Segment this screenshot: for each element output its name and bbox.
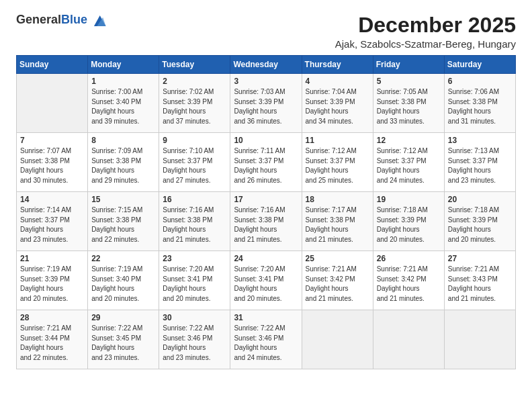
day-number: 31 bbox=[234, 313, 298, 322]
weekday-header-friday: Friday bbox=[373, 56, 444, 74]
calendar-cell: 23Sunrise: 7:20 AMSunset: 3:41 PMDayligh… bbox=[159, 251, 230, 310]
day-number: 30 bbox=[163, 313, 226, 322]
day-info: Sunrise: 7:16 AMSunset: 3:38 PMDaylight … bbox=[163, 205, 226, 244]
calendar-cell: 26Sunrise: 7:21 AMSunset: 3:42 PMDayligh… bbox=[373, 251, 444, 310]
day-info: Sunrise: 7:09 AMSunset: 3:38 PMDaylight … bbox=[91, 146, 155, 185]
calendar-cell: 1Sunrise: 7:00 AMSunset: 3:40 PMDaylight… bbox=[88, 74, 159, 133]
day-info: Sunrise: 7:18 AMSunset: 3:39 PMDaylight … bbox=[448, 205, 512, 244]
calendar-week-4: 21Sunrise: 7:19 AMSunset: 3:39 PMDayligh… bbox=[17, 251, 516, 310]
day-number: 29 bbox=[91, 313, 155, 322]
calendar-cell bbox=[444, 310, 515, 369]
calendar-cell: 14Sunrise: 7:14 AMSunset: 3:37 PMDayligh… bbox=[17, 192, 88, 251]
calendar-cell: 30Sunrise: 7:22 AMSunset: 3:46 PMDayligh… bbox=[159, 310, 230, 369]
calendar-week-3: 14Sunrise: 7:14 AMSunset: 3:37 PMDayligh… bbox=[17, 192, 516, 251]
day-info: Sunrise: 7:05 AMSunset: 3:38 PMDaylight … bbox=[377, 87, 441, 126]
day-number: 1 bbox=[91, 77, 155, 86]
day-number: 25 bbox=[306, 254, 369, 263]
day-info: Sunrise: 7:12 AMSunset: 3:37 PMDaylight … bbox=[306, 146, 369, 185]
weekday-header-wednesday: Wednesday bbox=[230, 56, 302, 74]
calendar-table: SundayMondayTuesdayWednesdayThursdayFrid… bbox=[16, 55, 516, 369]
calendar-cell: 17Sunrise: 7:16 AMSunset: 3:38 PMDayligh… bbox=[230, 192, 302, 251]
calendar-cell bbox=[302, 310, 373, 369]
day-number: 19 bbox=[377, 195, 441, 204]
calendar-week-5: 28Sunrise: 7:21 AMSunset: 3:44 PMDayligh… bbox=[17, 310, 516, 369]
calendar-cell: 21Sunrise: 7:19 AMSunset: 3:39 PMDayligh… bbox=[17, 251, 88, 310]
day-info: Sunrise: 7:12 AMSunset: 3:37 PMDaylight … bbox=[377, 146, 441, 185]
calendar-cell: 28Sunrise: 7:21 AMSunset: 3:44 PMDayligh… bbox=[17, 310, 88, 369]
logo: GeneralBlue bbox=[16, 13, 107, 28]
day-number: 5 bbox=[377, 77, 441, 86]
calendar-cell bbox=[17, 74, 88, 133]
day-info: Sunrise: 7:02 AMSunset: 3:39 PMDaylight … bbox=[163, 87, 226, 126]
calendar-cell: 6Sunrise: 7:06 AMSunset: 3:38 PMDaylight… bbox=[444, 74, 515, 133]
day-number: 12 bbox=[377, 136, 441, 145]
location-title: Ajak, Szabolcs-Szatmar-Bereg, Hungary bbox=[335, 38, 516, 50]
day-number: 3 bbox=[234, 77, 298, 86]
calendar-body: 1Sunrise: 7:00 AMSunset: 3:40 PMDaylight… bbox=[17, 74, 516, 369]
calendar-cell: 2Sunrise: 7:02 AMSunset: 3:39 PMDaylight… bbox=[159, 74, 230, 133]
calendar-cell: 10Sunrise: 7:11 AMSunset: 3:37 PMDayligh… bbox=[230, 133, 302, 192]
day-info: Sunrise: 7:21 AMSunset: 3:42 PMDaylight … bbox=[377, 265, 441, 304]
day-number: 20 bbox=[448, 195, 512, 204]
day-number: 17 bbox=[234, 195, 298, 204]
calendar-cell: 31Sunrise: 7:22 AMSunset: 3:46 PMDayligh… bbox=[230, 310, 302, 369]
logo-general-text: General bbox=[16, 13, 61, 26]
weekday-header-row: SundayMondayTuesdayWednesdayThursdayFrid… bbox=[17, 56, 516, 74]
calendar-cell: 20Sunrise: 7:18 AMSunset: 3:39 PMDayligh… bbox=[444, 192, 515, 251]
day-info: Sunrise: 7:07 AMSunset: 3:38 PMDaylight … bbox=[20, 146, 84, 185]
calendar-cell bbox=[373, 310, 444, 369]
day-number: 24 bbox=[234, 254, 298, 263]
calendar-header: SundayMondayTuesdayWednesdayThursdayFrid… bbox=[17, 56, 516, 74]
day-info: Sunrise: 7:13 AMSunset: 3:37 PMDaylight … bbox=[448, 146, 512, 185]
day-number: 15 bbox=[91, 195, 155, 204]
day-info: Sunrise: 7:04 AMSunset: 3:39 PMDaylight … bbox=[306, 87, 369, 126]
day-info: Sunrise: 7:17 AMSunset: 3:38 PMDaylight … bbox=[306, 205, 369, 244]
day-number: 26 bbox=[377, 254, 441, 263]
day-number: 9 bbox=[163, 136, 226, 145]
day-info: Sunrise: 7:22 AMSunset: 3:46 PMDaylight … bbox=[234, 324, 298, 363]
title-block: December 2025 Ajak, Szabolcs-Szatmar-Ber… bbox=[335, 13, 516, 50]
calendar-cell: 18Sunrise: 7:17 AMSunset: 3:38 PMDayligh… bbox=[302, 192, 373, 251]
day-number: 22 bbox=[91, 254, 155, 263]
weekday-header-monday: Monday bbox=[88, 56, 159, 74]
day-info: Sunrise: 7:20 AMSunset: 3:41 PMDaylight … bbox=[234, 265, 298, 304]
calendar-cell: 25Sunrise: 7:21 AMSunset: 3:42 PMDayligh… bbox=[302, 251, 373, 310]
month-title: December 2025 bbox=[335, 13, 516, 37]
day-info: Sunrise: 7:19 AMSunset: 3:40 PMDaylight … bbox=[91, 265, 155, 304]
day-number: 23 bbox=[163, 254, 226, 263]
weekday-header-tuesday: Tuesday bbox=[159, 56, 230, 74]
day-info: Sunrise: 7:11 AMSunset: 3:37 PMDaylight … bbox=[234, 146, 298, 185]
logo-icon bbox=[92, 13, 107, 28]
day-number: 4 bbox=[306, 77, 369, 86]
day-number: 11 bbox=[306, 136, 369, 145]
day-info: Sunrise: 7:16 AMSunset: 3:38 PMDaylight … bbox=[234, 205, 298, 244]
calendar-cell: 22Sunrise: 7:19 AMSunset: 3:40 PMDayligh… bbox=[88, 251, 159, 310]
day-info: Sunrise: 7:19 AMSunset: 3:39 PMDaylight … bbox=[20, 265, 84, 304]
calendar-week-1: 1Sunrise: 7:00 AMSunset: 3:40 PMDaylight… bbox=[17, 74, 516, 133]
day-info: Sunrise: 7:21 AMSunset: 3:44 PMDaylight … bbox=[20, 324, 84, 363]
calendar-cell: 27Sunrise: 7:21 AMSunset: 3:43 PMDayligh… bbox=[444, 251, 515, 310]
day-number: 8 bbox=[91, 136, 155, 145]
calendar-cell: 7Sunrise: 7:07 AMSunset: 3:38 PMDaylight… bbox=[17, 133, 88, 192]
weekday-header-thursday: Thursday bbox=[302, 56, 373, 74]
day-number: 18 bbox=[306, 195, 369, 204]
day-number: 28 bbox=[20, 313, 84, 322]
day-info: Sunrise: 7:14 AMSunset: 3:37 PMDaylight … bbox=[20, 205, 84, 244]
day-info: Sunrise: 7:18 AMSunset: 3:39 PMDaylight … bbox=[377, 205, 441, 244]
day-number: 2 bbox=[163, 77, 226, 86]
calendar-cell: 29Sunrise: 7:22 AMSunset: 3:45 PMDayligh… bbox=[88, 310, 159, 369]
day-number: 27 bbox=[448, 254, 512, 263]
day-info: Sunrise: 7:20 AMSunset: 3:41 PMDaylight … bbox=[163, 265, 226, 304]
calendar-cell: 5Sunrise: 7:05 AMSunset: 3:38 PMDaylight… bbox=[373, 74, 444, 133]
day-number: 6 bbox=[448, 77, 512, 86]
calendar-week-2: 7Sunrise: 7:07 AMSunset: 3:38 PMDaylight… bbox=[17, 133, 516, 192]
logo-blue-text: Blue bbox=[61, 13, 87, 26]
calendar-cell: 11Sunrise: 7:12 AMSunset: 3:37 PMDayligh… bbox=[302, 133, 373, 192]
day-number: 10 bbox=[234, 136, 298, 145]
day-number: 7 bbox=[20, 136, 84, 145]
calendar-cell: 19Sunrise: 7:18 AMSunset: 3:39 PMDayligh… bbox=[373, 192, 444, 251]
calendar-cell: 12Sunrise: 7:12 AMSunset: 3:37 PMDayligh… bbox=[373, 133, 444, 192]
day-info: Sunrise: 7:22 AMSunset: 3:45 PMDaylight … bbox=[91, 324, 155, 363]
calendar-cell: 8Sunrise: 7:09 AMSunset: 3:38 PMDaylight… bbox=[88, 133, 159, 192]
page-header: GeneralBlue December 2025 Ajak, Szabolcs… bbox=[16, 13, 516, 50]
